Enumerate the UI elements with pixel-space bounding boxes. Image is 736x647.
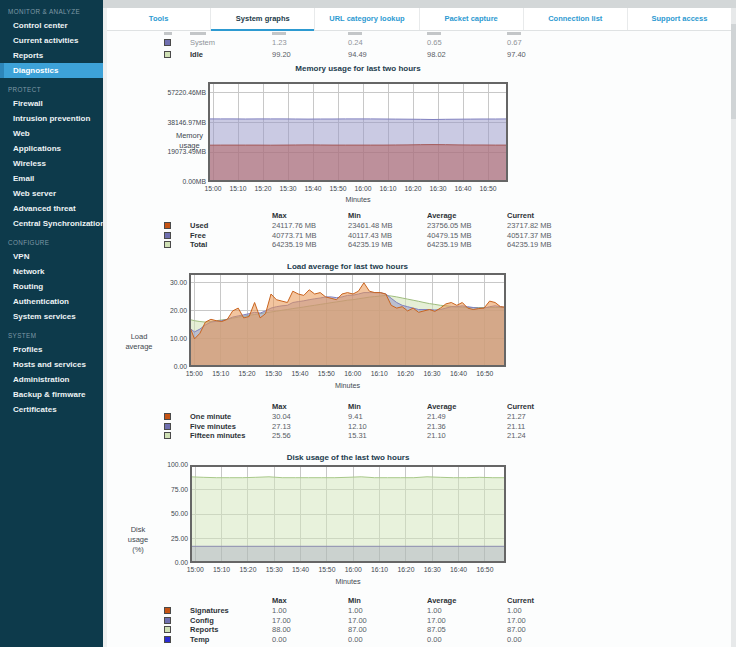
app-window: MONITOR & ANALYZEControl centerCurrent a… [0,0,736,647]
legend-color-swatch [164,222,171,229]
sidebar-item-current-activities[interactable]: Current activities [0,33,103,48]
x-tick-label: 15:20 [250,185,276,192]
x-tick-label: 15:00 [182,566,208,573]
clipped-table-row [107,31,731,36]
legend-row-value: 24117.76 MB [272,221,316,230]
sidebar-item-certificates[interactable]: Certificates [0,402,103,417]
sidebar-item-email[interactable]: Email [0,171,103,186]
sidebar-section-header: CONFIGURE [0,231,103,249]
x-tick-label: 15:40 [287,370,313,377]
legend-color-swatch [164,626,171,633]
content-panel: System1.230.240.650.67Idle99.2094.4998.0… [107,31,731,647]
cpu-row-value: 0.67 [507,38,522,47]
x-tick-label: 16:00 [340,566,366,573]
main-area: ToolsSystem graphsURL category lookupPac… [103,0,736,647]
x-tick-label: 16:30 [419,566,445,573]
legend-row-value: 64235.19 MB [348,240,393,249]
legend-header: Min [348,211,361,220]
legend-header: Current [507,402,534,411]
sidebar-item-advanced-threat[interactable]: Advanced threat [0,201,103,216]
cpu-row-value: 0.65 [427,38,442,47]
x-tick-label: 15:50 [313,370,339,377]
sidebar-item-web[interactable]: Web [0,126,103,141]
legend-color-swatch [164,617,171,624]
y-tick-label: 19073.49MB [136,148,206,155]
sidebar-section-header: PROTECT [0,78,103,96]
sidebar-item-system-services[interactable]: System services [0,309,103,324]
legend-row-value: 87.00 [348,625,367,634]
sidebar-item-control-center[interactable]: Control center [0,18,103,33]
sidebar-item-firewall[interactable]: Firewall [0,96,103,111]
cpu-row-label: Idle [190,50,203,59]
legend-header: Average [427,402,456,411]
tab-connection-list[interactable]: Connection list [523,8,627,30]
legend-row-value: 1.00 [427,606,442,615]
legend-row-value: 21.10 [427,431,446,440]
legend-row-value: 1.00 [507,606,522,615]
sidebar-item-profiles[interactable]: Profiles [0,342,103,357]
legend-row-value: 21.27 [507,412,526,421]
tab-support-access[interactable]: Support access [627,8,731,30]
sidebar-item-reports[interactable]: Reports [0,48,103,63]
legend-row-value: 23756.05 MB [427,221,472,230]
sidebar-item-backup-firmware[interactable]: Backup & firmware [0,387,103,402]
legend-color-swatch [164,241,171,248]
legend-row-label: Fifteen minutes [190,431,245,440]
x-tick-label: 15:50 [325,185,351,192]
tab-tools[interactable]: Tools [107,8,210,30]
vertical-scrollbar[interactable] [731,8,736,647]
legend-row-value: 40117.43 MB [348,231,392,240]
legend-row-value: 27.13 [272,422,291,431]
cpu-table-row-idle: Idle99.2094.4998.0297.40 [107,50,731,61]
sidebar-item-authentication[interactable]: Authentication [0,294,103,309]
legend-row-label: Five minutes [190,422,236,431]
x-axis-label: Minutes [189,381,506,390]
legend-header: Current [507,211,534,220]
legend-row-label: Signatures [190,606,229,615]
legend-header: Average [427,596,456,605]
scrollbar-thumb[interactable] [731,24,736,119]
legend-row-value: 17.00 [272,616,291,625]
legend-row-value: 25.56 [272,431,291,440]
tab-packet-capture[interactable]: Packet capture [419,8,523,30]
legend-row-value: 88.00 [272,625,291,634]
sidebar-item-hosts-and-services[interactable]: Hosts and services [0,357,103,372]
x-tick-label: 15:10 [208,370,234,377]
x-tick-label: 16:10 [367,566,393,573]
legend-header: Max [272,402,287,411]
x-tick-label: 16:40 [450,185,476,192]
legend-row-value: 0.00 [272,635,287,644]
sidebar-item-intrusion-prevention[interactable]: Intrusion prevention [0,111,103,126]
x-tick-label: 15:30 [275,185,301,192]
legend-row-label: Temp [190,635,209,644]
x-tick-label: 16:50 [472,370,498,377]
legend-row-value: 40479.15 MB [427,231,472,240]
y-tick-label: 0.00 [118,559,188,566]
sidebar-item-network[interactable]: Network [0,264,103,279]
x-tick-label: 16:50 [475,185,501,192]
sidebar-item-administration[interactable]: Administration [0,372,103,387]
legend-row-value: 12.10 [348,422,367,431]
sidebar-item-wireless[interactable]: Wireless [0,156,103,171]
sidebar-item-web-server[interactable]: Web server [0,186,103,201]
legend-row-value: 0.00 [507,635,522,644]
x-tick-label: 15:50 [314,566,340,573]
legend-row-label: Total [190,240,207,249]
y-tick-label: 0.00MB [136,178,206,185]
x-tick-label: 16:00 [340,370,366,377]
sidebar-item-applications[interactable]: Applications [0,141,103,156]
sidebar-item-vpn[interactable]: VPN [0,249,103,264]
tab-url-category-lookup[interactable]: URL category lookup [314,8,418,30]
x-tick-label: 16:10 [366,370,392,377]
sidebar-item-routing[interactable]: Routing [0,279,103,294]
chart-title: Memory usage for last two hours [208,64,508,73]
legend-header: Max [272,596,287,605]
x-tick-label: 16:20 [393,566,419,573]
x-tick-label: 15:00 [181,370,207,377]
legend-color-swatch [164,51,171,58]
x-tick-label: 15:10 [209,566,235,573]
tab-system-graphs[interactable]: System graphs [210,8,314,30]
legend-row-value: 1.00 [348,606,363,615]
sidebar-item-central-synchronization[interactable]: Central Synchronization [0,216,103,231]
sidebar-item-diagnostics[interactable]: Diagnostics [0,63,103,78]
